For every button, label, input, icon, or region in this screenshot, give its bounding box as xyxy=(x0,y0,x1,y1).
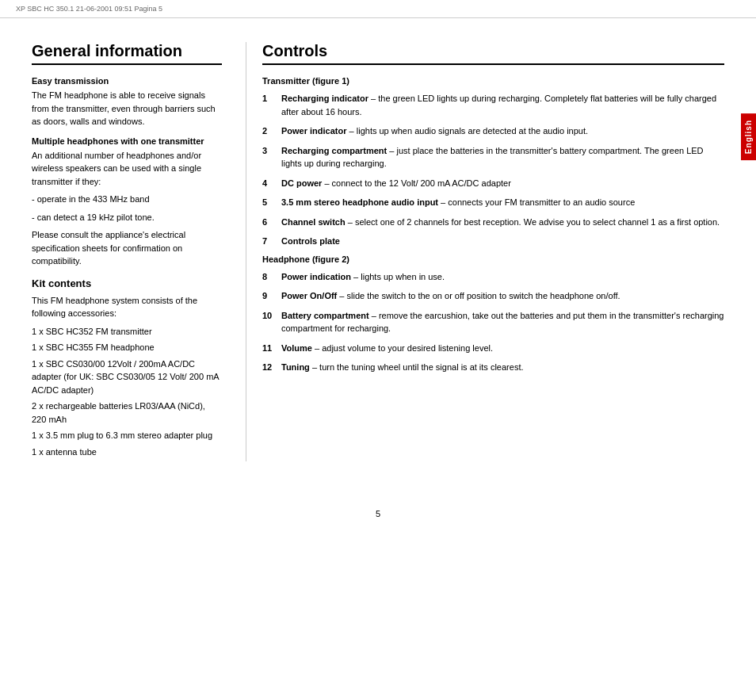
item-content: Channel switch – select one of 2 channel… xyxy=(281,216,724,229)
item-content: Controls plate xyxy=(281,235,724,248)
item-sep: – xyxy=(438,197,448,207)
item-sep: – xyxy=(369,311,379,320)
item-body: select one of 2 channels for best recept… xyxy=(355,217,720,227)
item-label: Recharging indicator xyxy=(281,94,368,103)
list-item: 1 x SBC HC355 FM headphone xyxy=(32,341,222,354)
item-num: 9 xyxy=(262,289,277,303)
item-sep: – xyxy=(310,362,319,372)
page-container: General information Easy transmission Th… xyxy=(0,18,756,493)
item-num: 10 xyxy=(262,309,277,335)
item-sep: – xyxy=(351,272,361,281)
kit-list: 1 x SBC HC352 FM transmitter 1 x SBC HC3… xyxy=(32,325,222,459)
item-num: 5 xyxy=(262,196,277,209)
kit-contents-title: Kit contents xyxy=(32,277,222,289)
list-item: 2 x rechargeable batteries LR03/AAA (NiC… xyxy=(32,400,222,426)
item-sep: – xyxy=(346,217,355,227)
item-content: DC power – connect to the 12 Volt/ 200 m… xyxy=(281,177,724,190)
transmitter-numbered-list: 1 Recharging indicator – the green LED l… xyxy=(262,92,724,248)
item-num: 7 xyxy=(262,235,277,248)
headphone-numbered-list: 8 Power indication – lights up when in u… xyxy=(262,270,724,374)
item-content: Volume – adjust volume to your desired l… xyxy=(281,342,724,355)
item-content: Power indicator – lights up when audio s… xyxy=(281,124,724,138)
item-label: Power indicator xyxy=(281,126,347,136)
item-body: adjust volume to your desired listening … xyxy=(322,343,493,353)
list-item: 1 x 3.5 mm plug to 6.3 mm stereo adapter… xyxy=(32,429,222,442)
page-number: 5 xyxy=(0,509,756,518)
multiple-headphones-body2: Please consult the appliance's electrica… xyxy=(32,228,222,268)
item-num: 12 xyxy=(262,361,277,374)
item-label: Channel switch xyxy=(281,217,346,227)
easy-transmission-body: The FM headphone is able to receive sign… xyxy=(32,89,222,128)
list-item: 1 x antenna tube xyxy=(32,446,222,459)
item-sep: – xyxy=(368,94,378,103)
list-item: 1 x SBC HC352 FM transmitter xyxy=(32,325,222,339)
item-content: Tuning – turn the tuning wheel until the… xyxy=(281,361,724,374)
item-num: 4 xyxy=(262,177,277,190)
right-column: Controls Transmitter (figure 1) 1 Rechar… xyxy=(246,42,724,461)
item-body: turn the tuning wheel until the signal i… xyxy=(319,362,523,372)
kit-contents-section: Kit contents This FM headphone system co… xyxy=(32,277,222,459)
list-item: 1 Recharging indicator – the green LED l… xyxy=(262,92,724,118)
item-label: 3.5 mm stereo headphone audio input xyxy=(281,197,438,207)
item-num: 6 xyxy=(262,216,277,229)
page-header: XP SBC HC 350.1 21-06-2001 09:51 Pagina … xyxy=(0,0,756,18)
headphone-figure-title: Headphone (figure 2) xyxy=(262,254,724,264)
item-sep: – xyxy=(347,126,357,136)
multiple-headphones-body1: An additional number of headphones and/o… xyxy=(32,149,222,189)
item-content: 3.5 mm stereo headphone audio input – co… xyxy=(281,196,724,209)
list-item: 6 Channel switch – select one of 2 chann… xyxy=(262,216,724,229)
item-label: Tuning xyxy=(281,362,310,372)
list-item: 7 Controls plate xyxy=(262,235,724,248)
item-sep: – xyxy=(312,343,322,353)
item-label: Battery compartment xyxy=(281,311,369,320)
kit-contents-intro: This FM headphone system consists of the… xyxy=(32,294,222,320)
multiple-headphones-bullet1: - operate in the 433 MHz band xyxy=(32,193,222,206)
header-text: XP SBC HC 350.1 21-06-2001 09:51 Pagina … xyxy=(16,5,162,13)
item-content: Battery compartment – remove the earcush… xyxy=(281,309,724,335)
general-information-title: General information xyxy=(32,42,222,65)
item-body: connect to the 12 Volt/ 200 mA AC/DC ada… xyxy=(332,178,511,188)
item-body: connects your FM transmitter to an audio… xyxy=(448,197,635,207)
item-sep: – xyxy=(337,291,346,300)
list-item: 5 3.5 mm stereo headphone audio input – … xyxy=(262,196,724,209)
multiple-headphones-section: Multiple headphones with one transmitter… xyxy=(32,136,222,268)
item-label: Power indication xyxy=(281,272,351,281)
item-body: lights up when in use. xyxy=(361,272,445,281)
item-num: 8 xyxy=(262,270,277,284)
english-tab: English xyxy=(741,113,756,160)
item-content: Power indication – lights up when in use… xyxy=(281,270,724,284)
list-item: 4 DC power – connect to the 12 Volt/ 200… xyxy=(262,177,724,190)
item-label: Volume xyxy=(281,343,312,353)
list-item: 11 Volume – adjust volume to your desire… xyxy=(262,342,724,355)
list-item: 8 Power indication – lights up when in u… xyxy=(262,270,724,284)
list-item: 1 x SBC CS030/00 12Volt / 200mA AC/DC ad… xyxy=(32,358,222,397)
item-num: 1 xyxy=(262,92,277,118)
item-content: Power On/Off – slide the switch to the o… xyxy=(281,289,724,303)
item-body: lights up when audio signals are detecte… xyxy=(357,126,588,136)
item-num: 3 xyxy=(262,144,277,170)
controls-title: Controls xyxy=(262,42,724,65)
item-sep: – xyxy=(387,146,396,155)
item-body: slide the switch to the on or off positi… xyxy=(347,291,620,300)
multiple-headphones-bullet2: - can detect a 19 kHz pilot tone. xyxy=(32,211,222,224)
list-item: 10 Battery compartment – remove the earc… xyxy=(262,309,724,335)
list-item: 12 Tuning – turn the tuning wheel until … xyxy=(262,361,724,374)
easy-transmission-section: Easy transmission The FM headphone is ab… xyxy=(32,76,222,128)
list-item: 2 Power indicator – lights up when audio… xyxy=(262,124,724,138)
item-content: Recharging indicator – the green LED lig… xyxy=(281,92,724,118)
item-num: 2 xyxy=(262,124,277,138)
item-sep: – xyxy=(322,178,331,188)
item-label: Recharging compartment xyxy=(281,146,387,155)
left-column: General information Easy transmission Th… xyxy=(32,42,246,461)
transmitter-figure-title: Transmitter (figure 1) xyxy=(262,76,724,86)
item-label: Power On/Off xyxy=(281,291,337,300)
easy-transmission-title: Easy transmission xyxy=(32,76,222,86)
list-item: 9 Power On/Off – slide the switch to the… xyxy=(262,289,724,303)
item-label: Controls plate xyxy=(281,236,340,246)
item-label: DC power xyxy=(281,178,322,188)
list-item: 3 Recharging compartment – just place th… xyxy=(262,144,724,170)
item-num: 11 xyxy=(262,342,277,355)
multiple-headphones-title: Multiple headphones with one transmitter xyxy=(32,136,222,146)
item-content: Recharging compartment – just place the … xyxy=(281,144,724,170)
